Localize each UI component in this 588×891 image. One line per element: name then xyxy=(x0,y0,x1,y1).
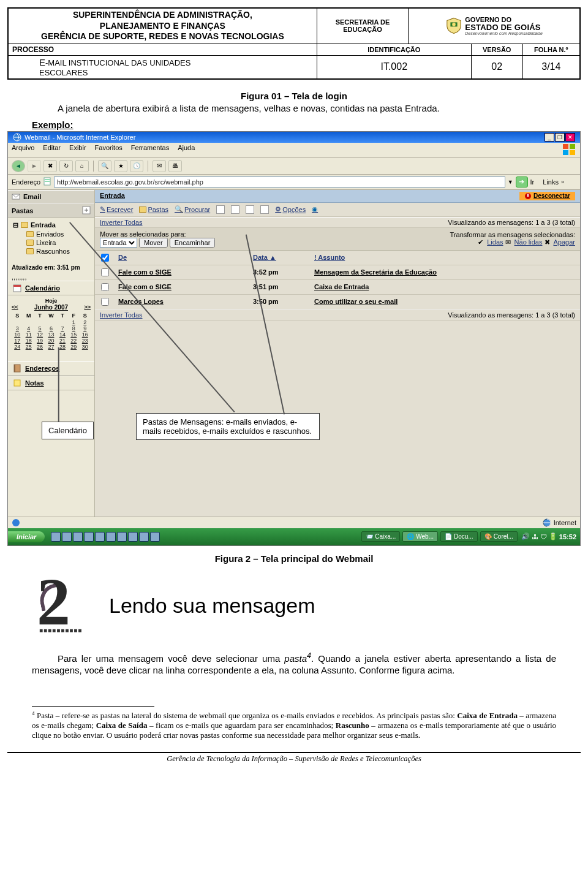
folder-tree[interactable]: ⊟Entrada Enviados Lixeira Rascunhos xyxy=(8,218,94,262)
refresh-icon[interactable]: ↻ xyxy=(59,160,73,172)
search-icon: 🔍 xyxy=(175,205,183,213)
screenshot-container: Webmail - Microsoft Internet Explorer _ … xyxy=(7,131,581,546)
intro-paragraph: A janela de abertura exibirá a lista de … xyxy=(32,102,556,115)
notes-icon xyxy=(13,379,21,387)
taskbar-tab[interactable]: 🎨Corel... xyxy=(480,531,518,542)
back-icon[interactable]: ◄ xyxy=(12,160,25,172)
ie-menubar[interactable]: ArquivoEditarExibir FavoritosFerramentas… xyxy=(8,143,580,158)
chapter-number-2-icon: 2 ■■■■■■■■■■ xyxy=(37,578,98,634)
process-title: E-MAIL INSTITUCIONAL DAS UNIDADES ESCOLA… xyxy=(9,55,317,78)
taskbar-tab[interactable]: 📨Caixa... xyxy=(361,531,400,542)
invert-all-link[interactable]: Inverter Todas xyxy=(100,219,143,226)
calendar-icon xyxy=(13,284,21,292)
breadcrumb[interactable]: Entrada xyxy=(100,192,125,200)
move-button[interactable] xyxy=(139,238,168,248)
webmail-sidebar: Email Pastas ⊟Entrada Enviados Lixeira R… xyxy=(8,190,95,517)
mark-read-link[interactable]: Lidas xyxy=(487,238,503,246)
search-icon[interactable]: 🔍 xyxy=(98,160,111,172)
mail-icon[interactable]: ✉ xyxy=(153,160,166,172)
sidebar-calendario[interactable]: Calendário xyxy=(8,281,94,295)
power-icon xyxy=(524,192,532,200)
windows-flag-icon xyxy=(563,144,576,156)
svg-rect-5 xyxy=(563,150,568,155)
stop-icon[interactable]: ✖ xyxy=(43,160,57,172)
secretaria-label: SECRETARIA DE EDUCAÇÃO xyxy=(317,9,408,44)
windows-taskbar[interactable]: Iniciar 📨Caixa... 🌐Web... 📄Docu... 🎨Core… xyxy=(8,528,580,545)
message-row[interactable]: Fale com o SIGE3:51 pmCaixa de Entrada xyxy=(95,279,580,294)
expand-icon[interactable] xyxy=(82,206,91,216)
minimize-icon[interactable]: _ xyxy=(545,133,554,142)
tool-icon[interactable] xyxy=(231,205,239,214)
webmail-toolbar[interactable]: ✎Escrever Pastas 🔍Procurar ⚙Opções ◉ xyxy=(95,203,580,217)
svg-rect-13 xyxy=(14,365,15,372)
message-list[interactable]: De Data ▲ ! Assunto Fale com o SIGE3:52 … xyxy=(95,251,580,309)
tool-icon[interactable] xyxy=(246,205,254,214)
page-icon xyxy=(43,177,51,187)
favorites-icon[interactable]: ★ xyxy=(114,160,127,172)
section-heading: 2 ■■■■■■■■■■ Lendo sua mensagem xyxy=(37,578,564,634)
maximize-icon[interactable]: ❐ xyxy=(555,133,565,142)
disconnect-button[interactable]: Desconectar xyxy=(519,192,575,200)
viewing-label: Visualizando as mensagens: 1 a 3 (3 tota… xyxy=(448,219,575,226)
internet-zone-icon xyxy=(543,518,551,527)
mini-calendar[interactable]: Hoje <<Junho 2007>> SMTWTFS1234567891011… xyxy=(8,295,94,352)
message-row[interactable]: Marcos Lopes3:50 pmComo utilizar o seu e… xyxy=(95,294,580,309)
move-target-select[interactable]: Entrada xyxy=(100,238,137,248)
figure-2-caption: Figura 2 – Tela principal do Webmail xyxy=(0,553,588,564)
processo-head: PROCESSO xyxy=(9,44,317,55)
mark-unread-link[interactable]: Não lidas xyxy=(514,238,543,246)
ie-address-bar[interactable]: Endereço http://webmail.escolas.go.gov.b… xyxy=(8,175,580,190)
ie-titlebar: Webmail - Microsoft Internet Explorer _ … xyxy=(8,132,580,143)
ie-small-icon xyxy=(12,518,20,527)
start-button[interactable]: Iniciar xyxy=(8,531,45,542)
message-row[interactable]: Fale com o SIGE3:52 pmMensagem da Secret… xyxy=(95,265,580,279)
print-icon[interactable]: 🖶 xyxy=(168,160,182,172)
org-title: SUPERINTENDÊNCIA DE ADMINISTRAÇÃO, PLANE… xyxy=(9,9,317,44)
invert-all-link-bottom[interactable]: Inverter Todas xyxy=(100,311,143,319)
tool-icon[interactable] xyxy=(260,205,269,214)
row-checkbox[interactable] xyxy=(101,283,109,291)
identificacao-value: IT.002 xyxy=(317,55,471,78)
taskbar-tab[interactable]: 📄Docu... xyxy=(440,531,478,542)
versao-value: 02 xyxy=(471,55,522,78)
webmail-main: Entrada Desconectar ✎Escrever Pastas 🔍Pr… xyxy=(95,190,580,517)
footnote-rule xyxy=(32,706,154,707)
tool-icon[interactable] xyxy=(216,205,225,214)
taskbar-tab[interactable]: 🌐Web... xyxy=(402,531,438,542)
svg-rect-6 xyxy=(570,150,575,155)
ie-toolbar[interactable]: ◄ ► ✖ ↻ ⌂ 🔍 ★ 🕓 ✉ 🖶 xyxy=(8,158,580,175)
callout-calendario: Calendário xyxy=(42,422,94,439)
svg-rect-3 xyxy=(563,144,568,149)
folder-icon xyxy=(139,207,146,213)
compose-icon: ✎ xyxy=(100,205,105,213)
svg-rect-14 xyxy=(14,380,20,386)
update-dots: ,,,,,,,, xyxy=(8,273,94,281)
svg-point-17 xyxy=(12,519,20,526)
body-paragraph: Para ler uma mensagem você deve selecion… xyxy=(32,651,556,677)
select-all-checkbox[interactable] xyxy=(101,254,109,262)
identificacao-head: IDENTIFICAÇÃO xyxy=(317,44,471,55)
delete-link[interactable]: Apagar xyxy=(554,238,575,246)
close-icon[interactable]: ✕ xyxy=(565,133,575,142)
svg-rect-4 xyxy=(570,144,575,149)
history-icon[interactable]: 🕓 xyxy=(130,160,143,172)
row-checkbox[interactable] xyxy=(101,268,109,276)
svg-rect-11 xyxy=(13,285,21,287)
document-header: SUPERINTENDÊNCIA DE ADMINISTRAÇÃO, PLANE… xyxy=(7,7,581,80)
row-checkbox[interactable] xyxy=(101,298,109,306)
svg-point-1 xyxy=(453,23,456,26)
help-icon[interactable]: ◉ xyxy=(312,205,318,213)
home-icon[interactable]: ⌂ xyxy=(75,160,89,172)
forward-button[interactable] xyxy=(170,238,216,248)
sidebar-enderecos[interactable]: Endereços xyxy=(8,361,94,376)
clock: 15:52 xyxy=(559,533,576,540)
ie-icon xyxy=(13,133,21,142)
go-button[interactable]: ➔ xyxy=(516,176,528,188)
footer-rule xyxy=(7,752,581,753)
sidebar-notas[interactable]: Notas xyxy=(8,376,94,390)
forward-icon[interactable]: ► xyxy=(28,160,41,172)
snag-icon[interactable] xyxy=(567,177,576,187)
exemplo-label: Exemplo: xyxy=(32,119,74,130)
folha-value: 3/14 xyxy=(522,55,579,78)
address-input[interactable]: http://webmail.escolas.go.gov.br/src/web… xyxy=(54,176,505,188)
